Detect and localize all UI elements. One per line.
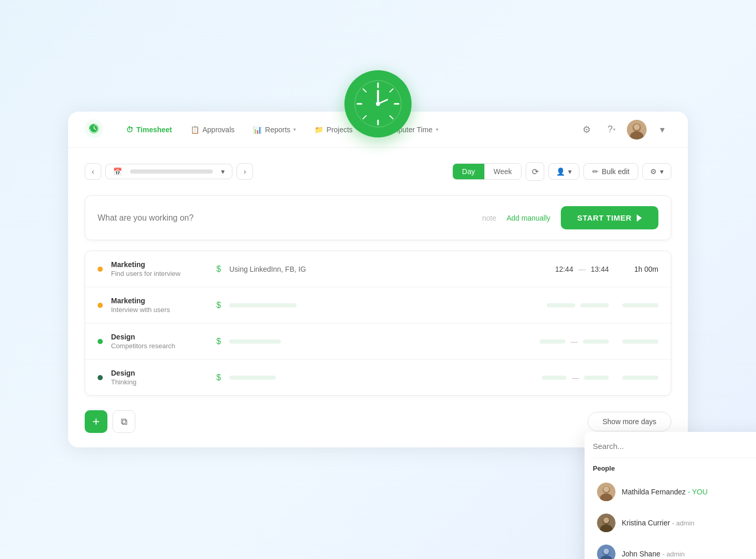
- person-role-2: - admin: [672, 519, 694, 527]
- timesheet-icon: ⏱: [126, 126, 133, 134]
- entry-project-name-4: Design: [111, 369, 204, 377]
- nav-timesheet-label: Timesheet: [136, 126, 172, 134]
- settings-nav-button[interactable]: ⚙: [577, 120, 596, 139]
- avatar: [597, 545, 616, 559]
- time-entries-list: Marketing Find users for interview $ Usi…: [85, 251, 671, 396]
- project-dot-dark: [98, 375, 103, 380]
- svg-point-21: [604, 487, 609, 492]
- entry-task-name-3: Competitors research: [111, 342, 204, 350]
- calendar-icon: 📅: [113, 167, 122, 176]
- user-chevron-icon: ▾: [660, 124, 665, 135]
- settings-chevron-icon: ▾: [660, 167, 664, 176]
- svg-point-17: [634, 125, 639, 130]
- entry-project-name-2: Marketing: [111, 297, 204, 305]
- person-name-3: John Shane - admin: [622, 550, 685, 558]
- entry-duration-placeholder-2: [617, 303, 658, 307]
- week-view-button[interactable]: Week: [484, 164, 522, 179]
- entry-project-name-3: Design: [111, 333, 204, 341]
- next-date-button[interactable]: ›: [237, 163, 253, 180]
- table-row[interactable]: Marketing Find users for interview $ Usi…: [85, 251, 671, 287]
- play-icon: [637, 214, 642, 222]
- search-input[interactable]: [593, 442, 756, 451]
- bulk-edit-label: Bulk edit: [602, 167, 629, 176]
- people-filter-button[interactable]: 👤 ▾: [548, 163, 579, 180]
- person-role-3: - admin: [663, 550, 685, 558]
- project-dot-yellow-2: [98, 303, 103, 308]
- view-controls: Day Week ⟳ 👤 ▾ ✏ Bulk edit: [452, 162, 671, 181]
- nav-reports-label: Reports: [265, 126, 290, 134]
- nav-approvals[interactable]: 📋 Approvals: [182, 121, 243, 138]
- help-chevron-icon: ▾: [613, 127, 616, 132]
- svg-point-25: [604, 518, 609, 523]
- action-buttons: + ⧉: [85, 410, 135, 433]
- table-row[interactable]: Marketing Interview with users $: [85, 287, 671, 323]
- svg-line-7: [390, 89, 393, 92]
- avatar: [597, 514, 616, 532]
- svg-point-12: [85, 119, 103, 138]
- time-separator-4: —: [572, 374, 579, 382]
- edit-icon: ✏: [592, 167, 598, 176]
- entry-duration-placeholder-4: [617, 376, 658, 380]
- start-timer-button[interactable]: START TIMER: [561, 206, 658, 229]
- entry-task-name: Find users for interview: [111, 270, 204, 277]
- people-list: Mathilda Fernandez - YOU Kristina Currie…: [593, 477, 756, 559]
- user-avatar[interactable]: [627, 120, 647, 139]
- bulk-edit-button[interactable]: ✏ Bulk edit: [584, 163, 638, 180]
- person-name-2: Kristina Currier - admin: [622, 519, 695, 527]
- nav-reports[interactable]: 📊 Reports ▾: [245, 121, 304, 138]
- person-name-1: Mathilda Fernandez - YOU: [622, 488, 707, 496]
- list-item[interactable]: Mathilda Fernandez - YOU: [593, 477, 756, 506]
- you-badge: - YOU: [688, 488, 708, 496]
- avatar: [597, 483, 616, 501]
- table-row[interactable]: Design Thinking $ —: [85, 360, 671, 395]
- date-picker-button[interactable]: 📅 ▾: [105, 164, 232, 179]
- date-range-bar: [130, 169, 213, 174]
- settings-icon: ⚙: [650, 167, 657, 176]
- entry-start-time: 12:44: [555, 265, 573, 273]
- project-dot-yellow: [98, 267, 103, 272]
- approvals-icon: 📋: [191, 126, 199, 134]
- help-button[interactable]: ? ▾: [602, 120, 621, 139]
- prev-date-button[interactable]: ‹: [85, 163, 101, 180]
- logo[interactable]: [85, 119, 103, 140]
- user-menu-chevron[interactable]: ▾: [653, 120, 671, 139]
- add-manually-button[interactable]: Add manually: [507, 214, 550, 222]
- copy-button[interactable]: ⧉: [113, 410, 135, 433]
- clock-face: [352, 78, 404, 130]
- entry-description-placeholder-4: [229, 376, 523, 380]
- svg-line-6: [390, 116, 393, 119]
- entry-project-info-2: Marketing Interview with users: [111, 297, 204, 314]
- task-input[interactable]: [98, 213, 472, 223]
- reports-icon: 📊: [253, 126, 262, 134]
- refresh-button[interactable]: ⟳: [526, 162, 544, 181]
- start-timer-label: START TIMER: [577, 213, 632, 222]
- entry-project-info: Marketing Find users for interview: [111, 260, 204, 277]
- svg-line-5: [363, 89, 366, 92]
- entry-time-placeholder-3: —: [531, 337, 609, 346]
- billable-icon-4: $: [216, 373, 221, 382]
- nav-approvals-label: Approvals: [202, 126, 234, 134]
- nav-timesheet-wrapper: ⏱ Timesheet: [118, 121, 180, 138]
- time-separator-3: —: [571, 337, 578, 346]
- projects-icon: 📁: [314, 126, 323, 134]
- show-more-days-button[interactable]: Show more days: [588, 412, 671, 431]
- list-item[interactable]: John Shane - admin: [593, 539, 756, 559]
- billable-icon-3: $: [216, 337, 221, 346]
- table-row[interactable]: Design Competitors research $ —: [85, 323, 671, 360]
- view-settings-button[interactable]: ⚙ ▾: [642, 163, 671, 180]
- time-separator: —: [578, 265, 586, 273]
- billable-icon: $: [216, 265, 221, 274]
- svg-point-11: [376, 102, 380, 106]
- entry-project-info-3: Design Competitors research: [111, 333, 204, 350]
- list-item[interactable]: Kristina Currier - admin: [593, 508, 756, 537]
- search-people-dropdown: 🔍 People Mathilda Fernandez - YOU: [585, 432, 756, 559]
- day-view-button[interactable]: Day: [453, 164, 484, 179]
- note-label: note: [482, 214, 496, 222]
- add-entry-button[interactable]: +: [85, 410, 107, 433]
- entry-project-info-4: Design Thinking: [111, 369, 204, 386]
- reports-chevron-icon: ▾: [293, 127, 296, 132]
- entry-end-time: 13:44: [591, 265, 609, 273]
- nav-timesheet[interactable]: ⏱ Timesheet: [118, 121, 180, 138]
- date-chevron-icon: ▾: [221, 167, 225, 176]
- bottom-toolbar: + ⧉ Show more days: [85, 410, 671, 433]
